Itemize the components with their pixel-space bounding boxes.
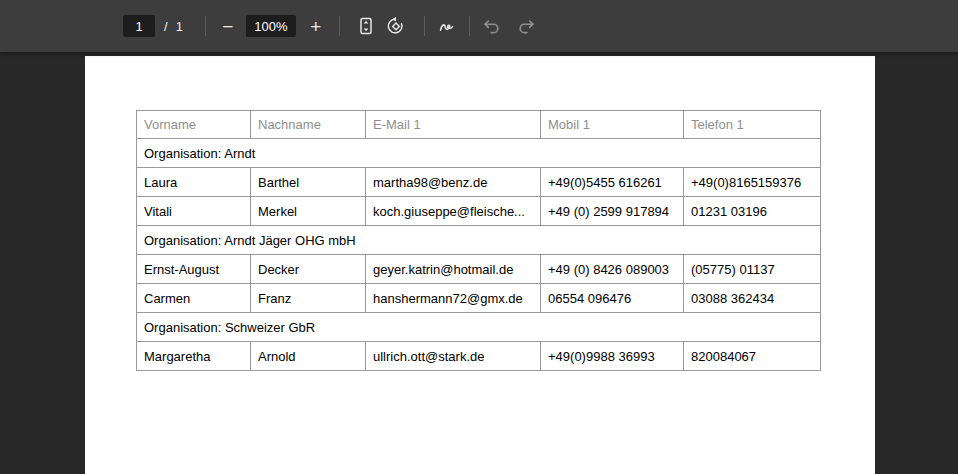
cell-vorname: Laura [137, 168, 251, 197]
table-row: Vitali Merkel koch.giuseppe@fleische... … [137, 197, 821, 226]
pdf-page: Vorname Nachname E-Mail 1 Mobil 1 Telefo… [85, 56, 875, 474]
rotate-button[interactable] [382, 12, 410, 40]
cell-vorname: Vitali [137, 197, 251, 226]
cell-email: martha98@benz.de [366, 168, 541, 197]
fit-page-icon [356, 16, 376, 36]
column-header-vorname: Vorname [137, 111, 251, 139]
cell-nachname: Barthel [251, 168, 366, 197]
cell-mobil: 06554 096476 [541, 284, 684, 313]
redo-icon [515, 15, 537, 37]
annotate-button[interactable] [433, 12, 461, 40]
table-row: Ernst-August Decker geyer.katrin@hotmail… [137, 255, 821, 284]
cell-nachname: Merkel [251, 197, 366, 226]
cell-email: geyer.katrin@hotmail.de [366, 255, 541, 284]
cell-telefon: 01231 03196 [684, 197, 821, 226]
toolbar-divider [424, 16, 425, 36]
rotate-ccw-icon [385, 15, 407, 37]
cell-nachname: Decker [251, 255, 366, 284]
group-label: Organisation: Arndt Jäger OHG mbH [137, 226, 821, 255]
zoom-in-button[interactable]: + [302, 12, 330, 40]
toolbar-divider [469, 16, 470, 36]
zoom-out-button[interactable]: − [214, 12, 242, 40]
annotate-icon [436, 15, 458, 37]
group-label: Organisation: Arndt [137, 139, 821, 168]
cell-vorname: Ernst-August [137, 255, 251, 284]
pdf-canvas: Vorname Nachname E-Mail 1 Mobil 1 Telefo… [0, 52, 958, 474]
cell-nachname: Franz [251, 284, 366, 313]
cell-mobil: +49 (0) 2599 917894 [541, 197, 684, 226]
group-row: Organisation: Arndt [137, 139, 821, 168]
column-header-mobil: Mobil 1 [541, 111, 684, 139]
undo-button[interactable] [478, 12, 506, 40]
toolbar-controls: / 1 − + [123, 0, 540, 52]
cell-vorname: Margaretha [137, 342, 251, 371]
cell-vorname: Carmen [137, 284, 251, 313]
column-header-email: E-Mail 1 [366, 111, 541, 139]
toolbar-divider [205, 16, 206, 36]
plus-icon: + [310, 17, 321, 36]
redo-button[interactable] [512, 12, 540, 40]
cell-mobil: +49 (0) 8426 089003 [541, 255, 684, 284]
column-header-nachname: Nachname [251, 111, 366, 139]
table-header-row: Vorname Nachname E-Mail 1 Mobil 1 Telefo… [137, 111, 821, 139]
page-separator: / [164, 19, 168, 34]
toolbar-divider [339, 16, 340, 36]
column-header-telefon: Telefon 1 [684, 111, 821, 139]
pdf-toolbar: / 1 − + [0, 0, 958, 52]
cell-telefon: (05775) 01137 [684, 255, 821, 284]
cell-email: hanshermann72@gmx.de [366, 284, 541, 313]
zoom-level-input[interactable] [246, 15, 296, 37]
cell-mobil: +49(0)5455 616261 [541, 168, 684, 197]
cell-email: koch.giuseppe@fleische... [366, 197, 541, 226]
minus-icon: − [222, 17, 233, 36]
page-number-input[interactable] [123, 15, 155, 37]
table-row: Laura Barthel martha98@benz.de +49(0)545… [137, 168, 821, 197]
cell-nachname: Arnold [251, 342, 366, 371]
table-row: Margaretha Arnold ullrich.ott@stark.de +… [137, 342, 821, 371]
cell-telefon: 820084067 [684, 342, 821, 371]
cell-telefon: 03088 362434 [684, 284, 821, 313]
fit-page-button[interactable] [352, 12, 380, 40]
cell-email: ullrich.ott@stark.de [366, 342, 541, 371]
group-row: Organisation: Arndt Jäger OHG mbH [137, 226, 821, 255]
cell-telefon: +49(0)8165159376 [684, 168, 821, 197]
page-total: 1 [176, 19, 183, 34]
cell-mobil: +49(0)9988 36993 [541, 342, 684, 371]
group-row: Organisation: Schweizer GbR [137, 313, 821, 342]
undo-icon [481, 15, 503, 37]
contacts-table: Vorname Nachname E-Mail 1 Mobil 1 Telefo… [136, 110, 821, 371]
group-label: Organisation: Schweizer GbR [137, 313, 821, 342]
table-row: Carmen Franz hanshermann72@gmx.de 06554 … [137, 284, 821, 313]
